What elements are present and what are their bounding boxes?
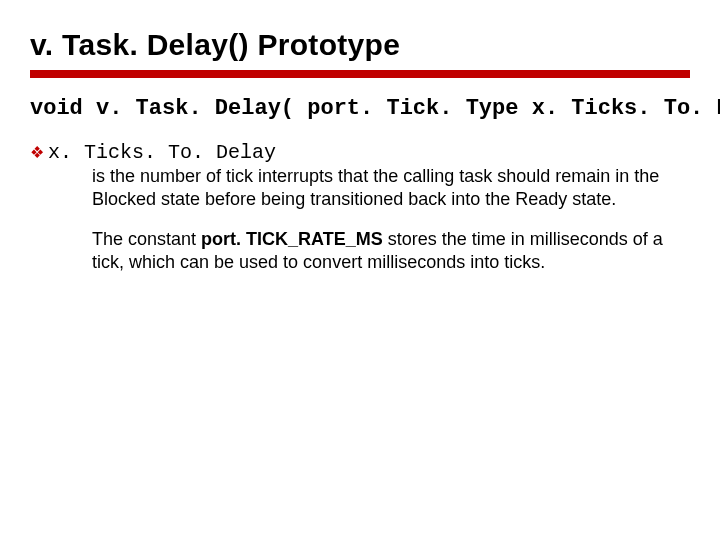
title-underline xyxy=(30,70,690,78)
parameter-description-2: The constant port. TICK_RATE_MS stores t… xyxy=(92,228,682,273)
parameter-heading: ❖ x. Ticks. To. Delay xyxy=(30,143,690,163)
slide-title: v. Task. Delay() Prototype xyxy=(30,28,690,62)
parameter-description-1: is the number of tick interrupts that th… xyxy=(92,165,682,210)
function-signature: void v. Task. Delay( port. Tick. Type x.… xyxy=(30,96,690,121)
desc2-pre: The constant xyxy=(92,229,201,249)
title-function-name: v. Task. Delay() xyxy=(30,28,249,61)
parameter-block: ❖ x. Ticks. To. Delay is the number of t… xyxy=(30,143,690,273)
desc2-constant: port. TICK_RATE_MS xyxy=(201,229,383,249)
slide: v. Task. Delay() Prototype void v. Task.… xyxy=(0,0,720,540)
title-keyword: Prototype xyxy=(257,28,400,61)
diamond-bullet-icon: ❖ xyxy=(30,143,44,163)
parameter-name: x. Ticks. To. Delay xyxy=(48,143,276,163)
